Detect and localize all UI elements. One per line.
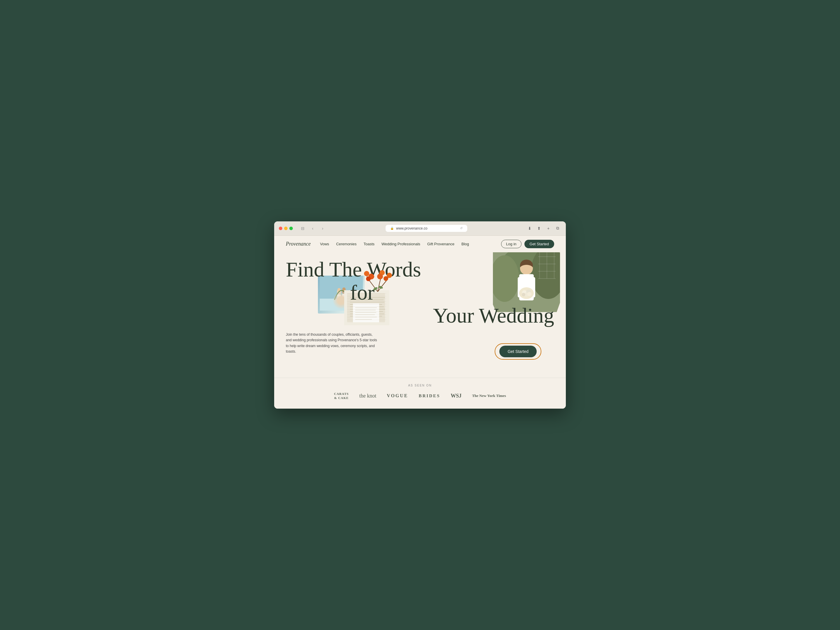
svg-point-51 [364, 271, 369, 276]
nav-ceremonies[interactable]: Ceremonies [336, 242, 357, 246]
press-logos: CARATS& CAKE the knot VOGUE BRIDES WSJ T… [286, 392, 554, 400]
browser-actions: ⬇ ⬆ + ⧉ [526, 225, 561, 232]
as-seen-on-label: AS SEEN ON [286, 384, 554, 387]
berries-decoration [360, 268, 395, 295]
get-started-nav-button[interactable]: Get Started [524, 240, 554, 248]
hero-cta: Get Started [499, 346, 537, 357]
hero-subtitle: Join the tens of thousands of couples, o… [286, 332, 379, 354]
svg-point-53 [366, 276, 371, 281]
nav-vows[interactable]: Vows [320, 242, 329, 246]
close-button[interactable] [279, 227, 282, 230]
back-button[interactable]: ‹ [309, 225, 317, 232]
vogue-logo: VOGUE [387, 393, 408, 398]
browser-window: ⊟ ‹ › 🔒 www.provenance.co ↺ ⬇ ⬆ + ⧉ Prov… [274, 221, 566, 409]
reload-icon[interactable]: ↺ [460, 226, 463, 230]
nyt-logo: The New York Times [472, 393, 506, 398]
new-tab-button[interactable]: + [545, 225, 552, 232]
hero-title-line1: Find The Words [286, 258, 554, 281]
hero-title-line2: for [286, 281, 554, 304]
login-button[interactable]: Log in [501, 240, 521, 248]
url-text: www.provenance.co [396, 226, 427, 231]
sidebar-toggle-button[interactable]: ⊟ [298, 225, 307, 232]
svg-point-57 [384, 276, 388, 281]
nav-gift-provenance[interactable]: Gift Provenance [427, 242, 455, 246]
hero-cta-wrapper: Get Started [499, 346, 537, 357]
main-nav: Provenance Vows Ceremonies Toasts Weddin… [274, 236, 566, 252]
maximize-button[interactable] [289, 227, 293, 230]
tabs-button[interactable]: ⧉ [554, 225, 561, 232]
svg-point-58 [373, 286, 378, 291]
minimize-button[interactable] [284, 227, 287, 230]
hero-title: Find The Words for Your Wedding [286, 258, 554, 328]
traffic-lights [279, 227, 293, 230]
the-knot-logo: the knot [359, 393, 377, 399]
address-bar-container: 🔒 www.provenance.co ↺ [330, 225, 523, 232]
download-button[interactable]: ⬇ [526, 225, 533, 232]
hero-title-line3: Your Wedding [286, 304, 554, 327]
website: Provenance Vows Ceremonies Toasts Weddin… [274, 236, 566, 409]
nav-toasts[interactable]: Toasts [363, 242, 374, 246]
as-seen-on-section: AS SEEN ON CARATS& CAKE the knot VOGUE B… [274, 378, 566, 409]
carats-cake-logo: CARATS& CAKE [334, 392, 349, 400]
get-started-hero-button[interactable]: Get Started [499, 346, 537, 357]
hero-section: Find The Words for Your Wedding Join the… [274, 252, 566, 375]
lock-icon: 🔒 [390, 227, 394, 230]
svg-point-55 [377, 273, 383, 279]
site-logo[interactable]: Provenance [286, 241, 311, 247]
browser-controls: ⊟ ‹ › [298, 225, 327, 232]
nav-wedding-professionals[interactable]: Wedding Professionals [382, 242, 420, 246]
nav-links: Vows Ceremonies Toasts Wedding Professio… [320, 241, 501, 246]
browser-chrome: ⊟ ‹ › 🔒 www.provenance.co ↺ ⬇ ⬆ + ⧉ [274, 221, 566, 236]
share-button[interactable]: ⬆ [535, 225, 543, 232]
wsj-logo: WSJ [451, 393, 461, 399]
nav-actions: Log in Get Started [501, 240, 554, 248]
brides-logo: BRIDES [419, 393, 441, 398]
hero-text: Find The Words for Your Wedding Join the… [286, 258, 554, 354]
address-bar[interactable]: 🔒 www.provenance.co ↺ [385, 225, 467, 232]
forward-button[interactable]: › [319, 225, 327, 232]
nav-blog[interactable]: Blog [461, 242, 469, 246]
